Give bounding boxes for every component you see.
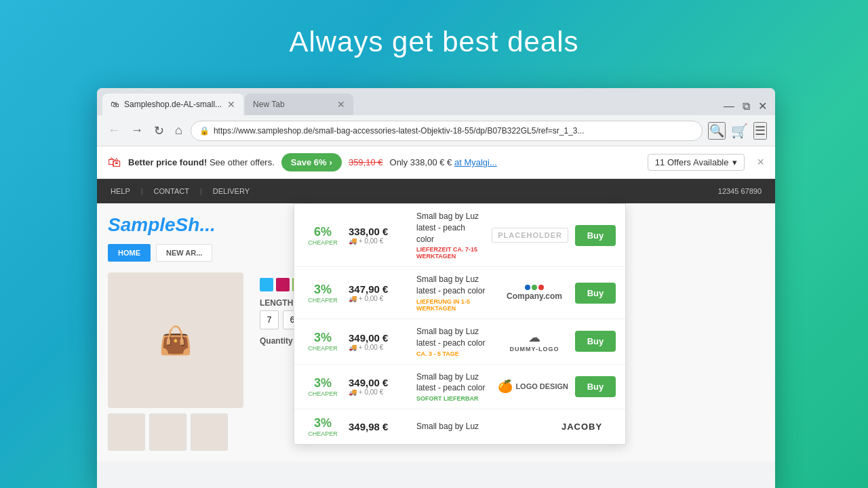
offer-product-4: Small bag by Luzlatest - peach color SOF… (416, 371, 491, 403)
offer-price-col-4: 349,00 € 🚚 + 0,00 € (349, 377, 410, 396)
cloud-icon: ☁ (528, 330, 540, 345)
offer-delivery-4: SOFORT LIEFERBAR (416, 395, 491, 402)
swatch-pink[interactable] (276, 278, 290, 291)
discount-pct-1: 6% (304, 225, 342, 239)
menu-new-arrivals[interactable]: NEW AR... (156, 244, 212, 262)
discount-label-4: CHEAPER (304, 390, 342, 397)
lock-icon: 🔒 (199, 126, 210, 136)
offers-count-label: 11 Offers Available (655, 157, 729, 167)
back-button[interactable]: ← (105, 121, 123, 140)
arrow-icon: › (330, 157, 332, 167)
discount-pct-5: 3% (304, 416, 342, 430)
discount-label-1: CHEAPER (304, 239, 342, 246)
design-text: LOGO DESIGN (515, 382, 568, 390)
old-price: 359,10 € (349, 157, 383, 167)
notification-bar: 🛍 Better price found! See other offers. … (97, 146, 775, 179)
product-thumb-2[interactable] (149, 413, 186, 451)
offer-discount-4: 3% CHEAPER (304, 376, 342, 397)
offer-product-name-1: Small bag by Luzlatest - peach color (416, 211, 485, 245)
notif-logo-icon: 🛍 (108, 155, 121, 170)
product-thumbnails (108, 413, 243, 451)
phone-number: 12345 67890 (718, 187, 762, 195)
chevron-down-icon: ▾ (732, 157, 737, 167)
offer-product-3: Small bag by Luzlatest - peach color CA.… (416, 326, 494, 357)
forward-button[interactable]: → (128, 121, 146, 140)
tab-active[interactable]: 🛍 Sampleshop.de-AL-small... ✕ (102, 94, 243, 115)
dot-blue (525, 285, 530, 290)
length-7[interactable]: 7 (260, 310, 279, 329)
offer-shipping-3: 🚚 + 0,00 € (349, 344, 410, 351)
notification-text: Better price found! See other offers. (128, 157, 275, 167)
site-main: 6% CHEAPER 338,00 € 🚚 + 0,00 € Small bag… (97, 203, 775, 462)
offer-logo-5: JACOBY (548, 422, 616, 432)
swatch-blue[interactable] (260, 278, 273, 291)
discount-pct-4: 3% (304, 376, 342, 390)
save-button[interactable]: Save 6% › (281, 153, 342, 171)
reload-button[interactable]: ↻ (151, 121, 167, 141)
tab-bar: 🛍 Sampleshop.de-AL-small... ✕ New Tab ✕ … (97, 88, 775, 115)
offer-product-name-5: Small bag by Luz (416, 421, 541, 432)
nav-contact[interactable]: CONTACT (154, 187, 189, 195)
site-nav: HELP | CONTACT | DELIVERY 12345 67890 (97, 179, 775, 203)
menu-home[interactable]: HOME (108, 244, 151, 262)
tab-icon: 🛍 (111, 100, 119, 109)
notif-bold: Better price found! (128, 157, 207, 167)
offer-discount-1: 6% CHEAPER (304, 225, 342, 246)
url-bar[interactable]: 🔒 https://www.sampleshop.de/small-bag-ac… (191, 121, 703, 141)
offer-price-col-1: 338,00 € 🚚 + 0,00 € (349, 226, 410, 245)
discount-pct-2: 3% (304, 283, 342, 297)
offer-discount-5: 3% CHEAPER (304, 416, 342, 437)
jacob-logo: JACOBY (561, 422, 602, 432)
offer-logo-2: Company.com (500, 285, 568, 301)
discount-pct-3: 3% (304, 331, 342, 345)
tab-label: Sampleshop.de-AL-small... (124, 100, 222, 109)
buy-button-2[interactable]: Buy (575, 283, 616, 304)
offer-delivery-2: LIEFERUNG IN 1-5 WERKTAGEN (416, 298, 494, 312)
offer-product-1: Small bag by Luzlatest - peach color LIE… (416, 211, 485, 260)
search-button[interactable]: 🔍 (708, 122, 726, 140)
window-controls: — ⧉ ✕ (724, 100, 770, 115)
minimize-button[interactable]: — (724, 100, 734, 113)
dot-green (532, 285, 537, 290)
close-button[interactable]: ✕ (758, 100, 767, 113)
offer-price-col-2: 347,90 € 🚚 + 0,00 € (349, 283, 410, 302)
offer-row-4: 3% CHEAPER 349,00 € 🚚 + 0,00 € Small bag… (294, 365, 625, 410)
save-label: Save 6% (291, 157, 327, 167)
sep2: | (200, 187, 202, 195)
offer-price-4: 349,00 € (349, 377, 410, 388)
offer-row-2: 3% CHEAPER 347,90 € 🚚 + 0,00 € Small bag… (294, 267, 625, 319)
offer-shipping-4: 🚚 + 0,00 € (349, 388, 410, 396)
offer-discount-3: 3% CHEAPER (304, 331, 342, 352)
new-price: Only 338,00 € € at Myalgi... (390, 157, 497, 167)
tab-newtab[interactable]: New Tab ✕ (245, 94, 353, 115)
company-logo: Company.com (507, 285, 562, 301)
offer-product-name-3: Small bag by Luzlatest - peach color (416, 326, 494, 349)
maximize-button[interactable]: ⧉ (743, 100, 750, 113)
offer-price-2: 347,90 € (349, 283, 410, 295)
tab-close-newtab[interactable]: ✕ (337, 99, 345, 110)
tab-close-active[interactable]: ✕ (227, 99, 235, 110)
offer-shipping-1: 🚚 + 0,00 € (349, 237, 410, 245)
notification-close-icon[interactable]: × (757, 155, 764, 169)
offer-product-2: Small bag by Luzlatest - peach color LIE… (416, 274, 494, 312)
offer-price-1: 338,00 € (349, 226, 410, 237)
menu-button[interactable]: ☰ (753, 122, 767, 140)
browser-window: 🛍 Sampleshop.de-AL-small... ✕ New Tab ✕ … (97, 88, 775, 488)
home-button[interactable]: ⌂ (172, 121, 185, 140)
offer-discount-2: 3% CHEAPER (304, 283, 342, 304)
buy-button-1[interactable]: Buy (575, 225, 616, 246)
offer-row-5: 3% CHEAPER 349,98 € Small bag by Luz JAC… (294, 409, 625, 444)
product-thumb-3[interactable] (191, 413, 228, 451)
design-icon: 🍊 (498, 379, 513, 394)
buy-button-4[interactable]: Buy (575, 376, 616, 397)
offer-product-name-4: Small bag by Luzlatest - peach color (416, 371, 491, 394)
nav-help[interactable]: HELP (111, 187, 130, 195)
cart-icon[interactable]: 🛒 (731, 123, 748, 139)
offer-price-col-5: 349,98 € (349, 421, 410, 432)
buy-button-3[interactable]: Buy (575, 331, 616, 352)
shop-link[interactable]: at Myalgi... (454, 157, 497, 167)
nav-delivery[interactable]: DELIVERY (213, 187, 250, 195)
offers-available-button[interactable]: 11 Offers Available ▾ (648, 154, 745, 171)
product-thumb-1[interactable] (108, 413, 145, 451)
tab-newtab-label: New Tab (253, 100, 284, 109)
